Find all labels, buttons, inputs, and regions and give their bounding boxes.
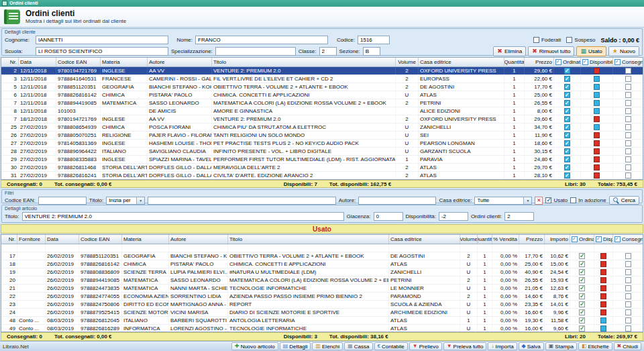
table-row[interactable]: 2927/02/20199788808335883INGLESESPIAZZI … [1, 156, 643, 164]
consegnato-checkbox[interactable] [625, 285, 631, 291]
clear-publisher-button[interactable]: ✕ [535, 197, 543, 205]
consegnato-checkbox[interactable] [625, 100, 631, 106]
new-article-button[interactable]: ✚Nuovo articolo [231, 342, 278, 350]
col-casa[interactable]: Casa editrice [389, 235, 460, 244]
nome-field[interactable] [195, 36, 328, 44]
ordinato-checkbox[interactable] [579, 277, 585, 283]
specializzazione-field[interactable] [215, 47, 296, 56]
table-row[interactable]: 812/11/2018101003DE AMICISAMORE E GINNAS… [1, 107, 643, 115]
consegnato-checkbox[interactable] [625, 293, 631, 299]
ordinato-checkbox[interactable] [564, 92, 570, 98]
ordinato-checkbox[interactable] [579, 293, 585, 299]
table-row[interactable]: 2126/02/20199788824473835MATEMATICANANNI… [1, 285, 643, 293]
import-button[interactable]: ↓Importa [488, 342, 517, 350]
consegnato-checkbox[interactable] [625, 76, 631, 82]
table-row[interactable]: 2727/02/20199781405831369INGLESEHASHEMI … [1, 140, 643, 148]
col-vendita[interactable]: % Vendita [492, 235, 519, 244]
ordinato-checkbox[interactable] [564, 108, 570, 114]
col-consegnato[interactable]: Consegnato [613, 235, 643, 244]
search-button[interactable]: Cerca [609, 196, 639, 205]
withdraw-button[interactable]: ▼Prelievo [409, 342, 442, 350]
ordinato-checkbox[interactable] [564, 172, 570, 179]
ordinato-checkbox[interactable] [579, 261, 585, 267]
sezione-field[interactable] [363, 47, 380, 56]
details-button[interactable]: ▤Dettagli [280, 342, 311, 350]
consegnato-checkbox[interactable] [625, 325, 631, 332]
col-fornitore[interactable]: Fornitore [17, 235, 46, 244]
consegnato-checkbox[interactable] [625, 148, 631, 154]
ordinato-checkbox[interactable] [564, 164, 570, 170]
ordinato-checkbox[interactable] [579, 325, 585, 332]
ordinato-checkbox[interactable] [564, 100, 570, 106]
adoption-filter-checkbox[interactable] [570, 197, 576, 203]
consegnato-checkbox[interactable] [625, 92, 631, 98]
ordinato-checkbox[interactable] [579, 309, 585, 315]
cognome-field[interactable] [36, 36, 168, 44]
table-row[interactable]: 48Conto ...08/03/20199788826812045ITALIA… [1, 317, 643, 325]
window-titlebar[interactable]: Ordini clienti [0, 0, 644, 7]
col-qta[interactable]: Quantità [478, 235, 492, 244]
table-row[interactable]: 2827/02/20199788896964422ITALIANOSAVIGLI… [1, 148, 643, 156]
col-ordinato[interactable]: Ordinato [554, 58, 581, 66]
col-importo[interactable]: Importo [545, 235, 570, 244]
foderati-checkbox[interactable] [533, 37, 539, 43]
col-qta[interactable]: Quantità [504, 58, 525, 66]
ordinato-checkbox[interactable] [564, 76, 570, 82]
article-title-field[interactable] [22, 212, 344, 221]
consegnato-checkbox[interactable] [625, 253, 631, 259]
table-row[interactable]: 49Conto ...08/03/20199788826816289INFORM… [1, 325, 643, 332]
col-volume[interactable]: Volume [460, 235, 478, 244]
consegnato-checkbox[interactable] [625, 269, 631, 275]
new-order-button[interactable]: ★Nuovo [608, 46, 639, 56]
consegnato-checkbox[interactable] [625, 156, 631, 162]
ordini-clienti-field[interactable] [504, 212, 534, 221]
consegnato-checkbox[interactable] [625, 116, 631, 122]
accounting-button[interactable]: €Contabile [374, 342, 408, 350]
ordinato-checkbox[interactable] [579, 269, 585, 275]
col-nr[interactable]: Nr. [1, 58, 19, 66]
close-button[interactable]: ✖Chiudi [614, 342, 641, 350]
save-button[interactable]: ◆Salva [519, 342, 544, 350]
consegnato-checkbox[interactable] [625, 317, 631, 323]
table-row[interactable]: 312/11/20189788841640531FRANCESECAMERINI… [1, 75, 643, 83]
ordinato-checkbox[interactable] [564, 140, 570, 146]
col-titolo[interactable]: Titolo [228, 235, 389, 244]
table-row[interactable]: 1726/02/20199788851120351GEOGRAFIABIANCH… [1, 252, 643, 260]
disponibilita-field[interactable] [439, 212, 468, 221]
consegnato-checkbox[interactable] [625, 309, 631, 315]
consegnato-checkbox[interactable] [625, 84, 631, 90]
col-consegnato[interactable]: Consegnato [613, 58, 643, 66]
ordinato-checkbox[interactable] [579, 301, 585, 307]
table-row[interactable]: 512/11/20189788851120351GEOGRAFIABIANCHI… [1, 83, 643, 91]
table-row[interactable]: 2527/02/20199788808654939CHIMICAPOSCA FI… [1, 123, 643, 132]
consegnato-checkbox[interactable] [625, 301, 631, 307]
ordinato-checkbox[interactable] [579, 285, 585, 291]
ordinato-checkbox[interactable] [579, 317, 585, 323]
classe-field[interactable] [319, 47, 337, 56]
sospeso-checkbox[interactable] [566, 37, 572, 43]
table-row[interactable]: 712/11/20189788894419085MATEMATICASASSO … [1, 99, 643, 107]
consegnato-checkbox[interactable] [625, 164, 631, 170]
remove-all-button[interactable]: ✖Rimuovi tutto [528, 46, 574, 56]
table-row[interactable]: 718/12/20189780194721769INGLESEAA VVVENT… [1, 115, 643, 123]
col-nr[interactable]: Nr. [1, 235, 17, 244]
ordinato-checkbox[interactable] [564, 156, 570, 162]
col-prezzo[interactable]: Prezzo [519, 235, 545, 244]
col-disponibile[interactable]: Dispo... [594, 235, 613, 244]
lists-button[interactable]: ▥Elenchi [312, 342, 343, 350]
table-row[interactable]: 1926/02/20199788808836809SCIENZE TERRALU… [1, 268, 643, 277]
ordinato-checkbox[interactable] [564, 132, 570, 138]
table-row[interactable]: 612/11/20189788826816142CHIMICAPISTARA' … [1, 91, 643, 99]
col-casa[interactable]: Casa editrice [419, 58, 504, 66]
title-mode-select[interactable]: Inizia per ▼ [106, 197, 145, 205]
ordinato-checkbox[interactable] [564, 68, 570, 74]
used-books-button[interactable]: ▦Usato [576, 46, 606, 56]
scuola-field[interactable] [36, 47, 168, 56]
table-row[interactable]: 1826/02/20199788826816142CHIMICAPISTARA'… [1, 260, 643, 268]
consegnato-checkbox[interactable] [625, 172, 631, 179]
ordinato-checkbox[interactable] [564, 148, 570, 154]
col-autore[interactable]: Autore [169, 235, 228, 244]
table-row[interactable]: 212/11/20189780194721769INGLESEAA VVVENT… [1, 67, 643, 75]
col-data[interactable]: Data [19, 58, 56, 66]
withdraw-all-button[interactable]: ▼Preleva tutto [443, 342, 487, 350]
